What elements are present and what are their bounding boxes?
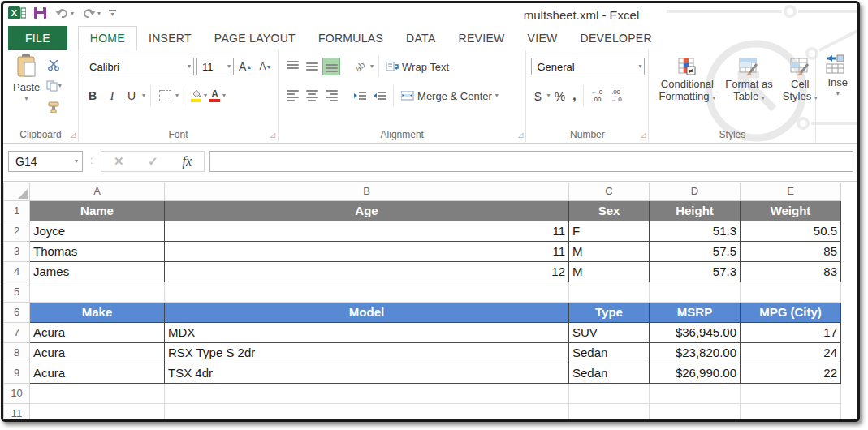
tab-view[interactable]: VIEW [516, 27, 569, 50]
cut-button[interactable] [45, 56, 63, 74]
cell[interactable] [30, 403, 165, 422]
underline-dropdown-icon[interactable]: ▾ [142, 92, 145, 99]
format-as-table-button[interactable]: Format asTable ▾ [720, 54, 778, 126]
percent-style-button[interactable]: % [552, 87, 567, 105]
cell[interactable]: Make [30, 302, 165, 322]
cell[interactable]: MSRP [650, 302, 741, 322]
cell[interactable]: TSX 4dr [165, 363, 569, 383]
row-number[interactable]: 1 [4, 200, 30, 221]
cell[interactable]: Acura [30, 342, 165, 363]
cell[interactable]: 11 [165, 221, 569, 241]
cell[interactable]: Model [165, 302, 569, 322]
tab-page-layout[interactable]: PAGE LAYOUT [203, 27, 307, 50]
redo-dropdown-icon[interactable]: ▾ [97, 11, 101, 17]
cell[interactable]: $26,990.00 [650, 363, 741, 383]
cell[interactable]: Acura [30, 363, 165, 383]
column-header-e[interactable]: E [741, 183, 841, 200]
font-color-button[interactable]: A [209, 87, 221, 105]
fill-color-dropdown-icon[interactable]: ▾ [204, 92, 207, 99]
cell[interactable] [569, 282, 650, 302]
shrink-font-button[interactable]: A▼ [257, 58, 274, 75]
name-box[interactable]: G14▾ [8, 151, 83, 172]
tab-developer[interactable]: DEVELOPER [569, 27, 663, 50]
cell[interactable]: Sedan [569, 363, 650, 383]
align-left-button[interactable] [283, 87, 301, 105]
cell[interactable]: Weight [741, 200, 841, 221]
cell[interactable] [569, 383, 650, 403]
tab-file[interactable]: FILE [8, 26, 67, 50]
row-number[interactable]: 7 [4, 322, 30, 342]
cell[interactable]: 12 [165, 261, 569, 282]
font-color-dropdown-icon[interactable]: ▾ [222, 92, 226, 99]
row-number[interactable]: 3 [4, 241, 30, 261]
cell[interactable] [650, 383, 741, 403]
cell[interactable]: Sex [569, 200, 650, 221]
increase-indent-button[interactable] [370, 87, 388, 105]
cell[interactable]: 85 [741, 241, 841, 261]
font-size-combo[interactable]: 11▾ [196, 58, 234, 75]
underline-button[interactable]: U [123, 87, 140, 105]
decrease-decimal-button[interactable]: .00→.0 [607, 88, 624, 103]
cell[interactable] [741, 282, 841, 302]
cell[interactable] [165, 383, 569, 403]
format-painter-button[interactable] [45, 98, 63, 116]
decrease-indent-button[interactable] [351, 87, 369, 105]
formula-bar-splitter[interactable]: ⁞ [90, 155, 93, 166]
row-number[interactable]: 5 [4, 282, 30, 302]
cell[interactable]: MPG (City) [741, 302, 841, 322]
cell[interactable] [650, 282, 741, 302]
accounting-format-button[interactable]: $ [531, 87, 544, 105]
cell[interactable]: James [30, 261, 165, 282]
cell[interactable]: Name [30, 200, 165, 221]
insert-function-icon[interactable]: fx [183, 154, 192, 169]
cell[interactable] [30, 383, 165, 403]
name-box-dropdown-icon[interactable]: ▾ [75, 158, 78, 165]
column-header-c[interactable]: C [569, 183, 650, 200]
tab-formulas[interactable]: FORMULAS [307, 27, 395, 50]
cell[interactable]: M [569, 261, 650, 282]
tab-review[interactable]: REVIEW [447, 27, 516, 50]
undo-dropdown-icon[interactable]: ▾ [71, 11, 74, 17]
row-number[interactable]: 9 [4, 363, 30, 383]
top-align-button[interactable] [283, 58, 301, 75]
cell[interactable]: 17 [741, 322, 841, 342]
cell[interactable]: Acura [30, 322, 165, 342]
cell[interactable]: RSX Type S 2dr [165, 342, 569, 363]
cell[interactable]: Age [165, 200, 569, 221]
italic-button[interactable]: I [103, 87, 121, 105]
row-number[interactable]: 6 [4, 302, 30, 322]
copy-button[interactable]: ▾ [45, 77, 63, 95]
cell[interactable] [30, 282, 165, 302]
row-number[interactable]: 2 [4, 221, 30, 241]
redo-icon[interactable]: ▾ [82, 8, 101, 19]
undo-icon[interactable]: ▾ [55, 8, 74, 19]
merge-center-button[interactable]: Merge & Center ▾ [399, 87, 501, 105]
cell[interactable]: 50.5 [741, 221, 841, 241]
conditional-formatting-button[interactable]: ≠ ConditionalFormatting ▾ [654, 54, 720, 126]
cell[interactable]: SUV [569, 322, 650, 342]
cell[interactable]: F [569, 221, 650, 241]
cell[interactable]: $36,945.00 [650, 322, 741, 342]
tab-home[interactable]: HOME [78, 26, 137, 50]
cell[interactable]: M [569, 241, 650, 261]
borders-dropdown-icon[interactable]: ▾ [175, 92, 179, 99]
comma-style-button[interactable]: , [569, 87, 579, 105]
cell[interactable]: 83 [741, 261, 841, 282]
cell[interactable] [165, 282, 569, 302]
accounting-dropdown-icon[interactable]: ▾ [546, 92, 550, 99]
alignment-dialog-launcher-icon[interactable]: ◿ [518, 131, 523, 139]
cell[interactable]: Type [569, 302, 650, 322]
clipboard-dialog-launcher-icon[interactable]: ◿ [71, 131, 76, 139]
cell[interactable]: $23,820.00 [650, 342, 741, 363]
row-number[interactable]: 4 [4, 261, 30, 282]
cell[interactable] [165, 403, 569, 422]
formula-input[interactable] [209, 151, 853, 172]
number-dialog-launcher-icon[interactable]: ◿ [641, 131, 646, 139]
cell[interactable] [741, 403, 841, 422]
cell[interactable] [741, 383, 841, 403]
row-number[interactable]: 10 [4, 383, 30, 403]
cell[interactable]: 24 [741, 342, 841, 363]
grow-font-button[interactable]: A▲ [236, 58, 254, 75]
cell[interactable]: Height [650, 200, 741, 221]
font-family-combo[interactable]: Calibri▾ [84, 58, 194, 75]
